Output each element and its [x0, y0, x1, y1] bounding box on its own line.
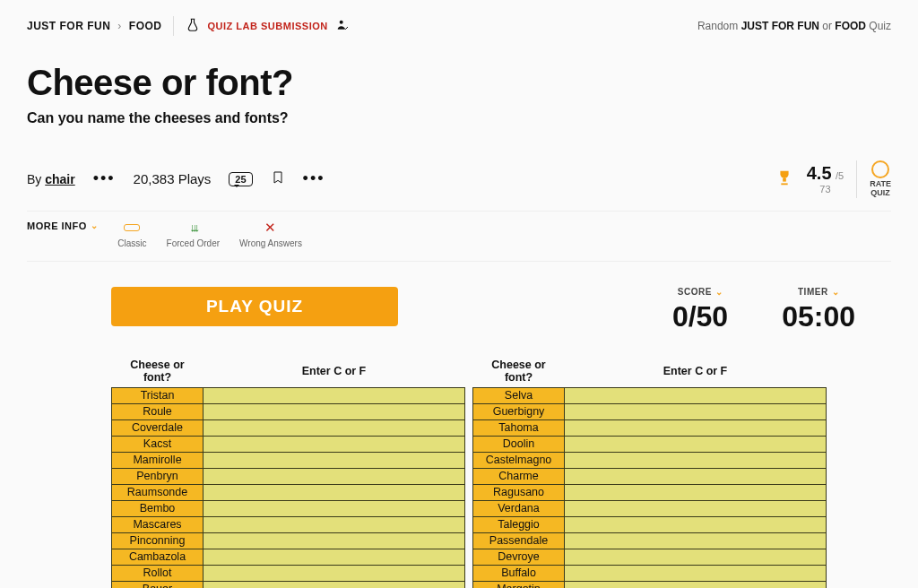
flask-icon — [185, 17, 201, 36]
quiz-lab-label: QUIZ LAB SUBMISSION — [208, 21, 328, 31]
quiz-item-answer[interactable] — [565, 516, 827, 532]
table-row: Kacst — [112, 436, 465, 452]
table-row: Devroye — [473, 549, 827, 565]
quiz-item-name: Cambazola — [112, 549, 204, 565]
quiz-item-name: Verdana — [473, 500, 565, 516]
quiz-table-right: Cheese or font? Enter C or F SelvaGuerbi… — [472, 355, 827, 588]
arrows-down-icon: ↓↓↓ — [190, 220, 197, 234]
quiz-item-answer[interactable] — [565, 436, 827, 452]
quiz-item-answer[interactable] — [204, 387, 465, 403]
quiz-item-name: Roule — [112, 403, 204, 419]
quiz-item-answer[interactable] — [204, 436, 465, 452]
quiz-item-name: Coverdale — [112, 419, 204, 436]
rating-display: 4.5 /5 73 — [807, 163, 844, 195]
chevron-down-icon: ⌄ — [91, 220, 99, 230]
table-row: Coverdale — [112, 419, 465, 436]
table-row: Tristan — [112, 387, 465, 403]
rate-quiz-button[interactable]: RATE QUIZ — [856, 160, 891, 198]
quiz-item-answer[interactable] — [204, 484, 465, 500]
quiz-item-name: Tahoma — [473, 419, 565, 436]
play-count: 20,383 Plays — [134, 171, 212, 186]
table-row: Pinconning — [112, 532, 465, 549]
table-row: Castelmagno — [473, 452, 827, 468]
col-header-answer: Enter C or F — [565, 355, 827, 388]
table-row: Bauer — [112, 581, 465, 588]
table-row: Penbryn — [112, 468, 465, 484]
quiz-item-name: Castelmagno — [473, 452, 565, 468]
quiz-item-answer[interactable] — [204, 452, 465, 468]
quiz-item-answer[interactable] — [565, 500, 827, 516]
quiz-item-answer[interactable] — [204, 581, 465, 588]
breadcrumb-leaf[interactable]: FOOD — [129, 20, 162, 32]
quiz-item-answer[interactable] — [565, 581, 827, 588]
quiz-item-name: Tristan — [112, 387, 204, 403]
quiz-item-answer[interactable] — [204, 468, 465, 484]
quiz-item-answer[interactable] — [204, 403, 465, 419]
rate-ring-icon — [871, 160, 889, 178]
quiz-item-name: Margotin — [473, 581, 565, 588]
timer-label[interactable]: TIMER⌄ — [782, 287, 855, 297]
table-row: Taleggio — [473, 516, 827, 532]
table-row: Ragusano — [473, 484, 827, 500]
more-info-toggle[interactable]: MORE INFO⌄ — [27, 220, 98, 231]
comments-button[interactable]: 25 — [229, 172, 252, 186]
quiz-item-answer[interactable] — [204, 532, 465, 549]
quiz-item-answer[interactable] — [565, 403, 827, 419]
table-row: Selva — [473, 387, 827, 403]
chevron-right-icon: › — [117, 20, 122, 32]
col-header-answer: Enter C or F — [204, 355, 465, 388]
tag-wrong-answers: ✕ Wrong Answers — [239, 220, 302, 248]
quiz-item-name: Mamirolle — [112, 452, 204, 468]
quiz-item-name: Mascares — [112, 516, 204, 532]
quiz-item-name: Taleggio — [473, 516, 565, 532]
bookmark-button[interactable] — [271, 169, 285, 190]
quiz-item-answer[interactable] — [204, 516, 465, 532]
breadcrumb-root[interactable]: JUST FOR FUN — [27, 20, 110, 32]
random-quiz-link[interactable]: Random JUST FOR FUN or FOOD Quiz — [697, 20, 891, 32]
table-row: Doolin — [473, 436, 827, 452]
author-menu-button[interactable]: ••• — [93, 169, 116, 188]
tag-classic: Classic — [117, 220, 146, 248]
table-row: Cambazola — [112, 549, 465, 565]
quiz-item-name: Rollot — [112, 565, 204, 581]
quiz-item-name: Buffalo — [473, 565, 565, 581]
score-value: 0/50 — [672, 300, 728, 333]
table-row: Verdana — [473, 500, 827, 516]
author-link[interactable]: chair — [45, 172, 74, 186]
quiz-table-left: Cheese or font? Enter C or F TristanRoul… — [111, 355, 465, 588]
col-header-name: Cheese or font? — [473, 355, 565, 388]
table-row: Raumsonde — [112, 484, 465, 500]
play-quiz-button[interactable]: PLAY QUIZ — [111, 287, 398, 326]
quiz-item-name: Ragusano — [473, 484, 565, 500]
page-subtitle: Can you name the cheeses and fonts? — [27, 110, 891, 126]
score-label[interactable]: SCORE⌄ — [672, 287, 728, 297]
quiz-item-answer[interactable] — [204, 500, 465, 516]
quiz-item-answer[interactable] — [565, 419, 827, 436]
table-row: Buffalo — [473, 565, 827, 581]
quiz-item-name: Selva — [473, 387, 565, 403]
more-menu-button[interactable]: ••• — [303, 169, 325, 188]
quiz-item-name: Penbryn — [112, 468, 204, 484]
timer-value: 05:00 — [782, 300, 855, 333]
table-row: Charme — [473, 468, 827, 484]
table-row: Roule — [112, 403, 465, 419]
table-row: Tahoma — [473, 419, 827, 436]
quiz-item-answer[interactable] — [565, 452, 827, 468]
quiz-item-answer[interactable] — [565, 565, 827, 581]
quiz-item-answer[interactable] — [565, 549, 827, 565]
quiz-item-answer[interactable] — [565, 387, 827, 403]
quiz-item-answer[interactable] — [565, 468, 827, 484]
chevron-down-icon: ⌄ — [832, 287, 840, 297]
quiz-item-name: Pinconning — [112, 532, 204, 549]
quiz-item-name: Bauer — [112, 581, 204, 588]
quiz-item-answer[interactable] — [565, 532, 827, 549]
col-header-name: Cheese or font? — [112, 355, 204, 388]
quiz-item-answer[interactable] — [565, 484, 827, 500]
quiz-item-name: Guerbigny — [473, 403, 565, 419]
quiz-item-name: Devroye — [473, 549, 565, 565]
byline: By chair — [27, 172, 75, 186]
quiz-item-answer[interactable] — [204, 549, 465, 565]
quiz-item-name: Doolin — [473, 436, 565, 452]
quiz-item-answer[interactable] — [204, 419, 465, 436]
quiz-item-answer[interactable] — [204, 565, 465, 581]
